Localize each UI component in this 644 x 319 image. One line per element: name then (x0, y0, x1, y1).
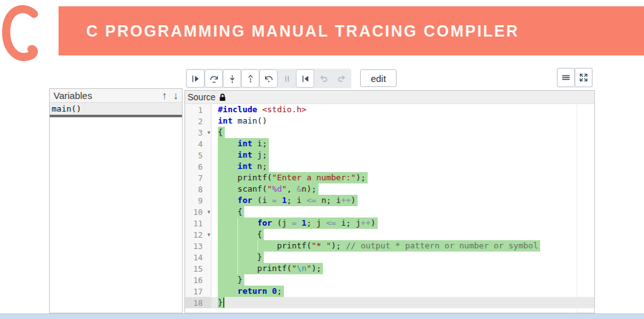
line-number: 17 (193, 286, 203, 298)
variables-panel: Variables ↑ ↓ main() (49, 88, 183, 313)
step-into-button[interactable] (223, 69, 241, 88)
undo-button (314, 69, 332, 88)
code-line-18[interactable]: 18} (185, 297, 594, 308)
line-number: 3 (198, 127, 203, 139)
gutter-cell: 13 (185, 240, 212, 252)
code-text: printf("Enter a number:"); (212, 172, 594, 183)
code-line-11[interactable]: 11 for (j = 1; j <= i; j++) (185, 218, 594, 229)
fullscreen-button[interactable] (575, 68, 592, 87)
fold-arrow-icon[interactable]: ▾ (207, 206, 210, 218)
undo-icon (319, 74, 329, 84)
line-number: 12 (193, 229, 203, 241)
scope-down-arrow-icon[interactable]: ↓ (173, 91, 178, 101)
pause-icon (282, 74, 292, 84)
step-out-icon (246, 74, 256, 84)
code-line-13[interactable]: 13 printf("* "); // output * pattern or … (185, 240, 594, 252)
line-number: 7 (198, 173, 203, 184)
code-line-4[interactable]: 4 int i; (185, 138, 594, 149)
text-cursor (223, 298, 225, 308)
code-text: int i; (212, 138, 594, 149)
gutter-cell: 15 (185, 263, 212, 274)
line-number: 16 (193, 275, 203, 286)
line-number: 11 (193, 218, 203, 229)
indent-guide (237, 263, 238, 274)
pause-button (278, 69, 296, 88)
lock-icon (218, 93, 227, 102)
gutter-cell: 6 (185, 161, 212, 172)
code-editor[interactable]: 1#include <stdio.h>2int main()3▾{4 int i… (185, 104, 594, 308)
source-header: Source (185, 91, 594, 104)
variables-rows: main() (50, 103, 182, 115)
gutter-cell: 2 (185, 115, 212, 127)
line-number: 10 (193, 207, 203, 218)
fold-arrow-icon[interactable]: ▾ (207, 229, 210, 240)
variables-row[interactable]: main() (50, 103, 182, 115)
gutter-cell: 10▾ (185, 206, 212, 218)
step-back-icon (264, 74, 274, 84)
code-text: for (i = 1; i <= n; i++) (212, 195, 594, 206)
code-line-16[interactable]: 16 } (185, 274, 594, 286)
play-bar-icon (191, 74, 201, 84)
line-number: 14 (193, 252, 203, 264)
gutter-cell: 5 (185, 149, 212, 161)
line-number: 18 (193, 298, 203, 309)
skip-start-icon (300, 74, 310, 84)
code-line-5[interactable]: 5 int j; (185, 149, 594, 161)
code-text: #include <stdio.h> (212, 104, 594, 115)
source-title: Source (188, 92, 215, 102)
code-line-17[interactable]: 17 return 0; (185, 286, 594, 297)
step-into-icon (227, 74, 237, 84)
step-over-icon (209, 74, 219, 84)
gutter-cell: 9 (185, 195, 212, 206)
step-over-button[interactable] (205, 69, 223, 88)
scope-up-arrow-icon[interactable]: ↑ (162, 91, 167, 101)
menu-button[interactable] (557, 68, 575, 87)
line-number: 2 (198, 116, 203, 127)
code-text: int j; (212, 149, 594, 161)
code-line-6[interactable]: 6 int n; (185, 161, 594, 172)
code-line-15[interactable]: 15 printf("\n"); (185, 263, 594, 274)
indent-guide (237, 252, 238, 263)
code-text: for (j = 1; j <= i; j++) (212, 218, 594, 229)
c-brand-logo (1, 4, 40, 63)
code-text: { (212, 206, 594, 218)
gutter-cell: 7 (185, 172, 212, 183)
code-line-7[interactable]: 7 printf("Enter a number:"); (185, 172, 594, 183)
line-number: 4 (198, 139, 203, 150)
code-text: printf("* "); // output * pattern or num… (212, 240, 594, 252)
code-line-2[interactable]: 2int main() (185, 115, 594, 127)
gutter-cell: 18 (185, 297, 212, 308)
gutter-cell: 8 (185, 183, 212, 195)
fold-arrow-icon[interactable]: ▾ (207, 127, 210, 138)
step-back-button[interactable] (259, 69, 278, 88)
code-line-3[interactable]: 3▾{ (185, 127, 594, 138)
code-line-9[interactable]: 9 for (i = 1; i <= n; i++) (185, 195, 594, 206)
code-text: } (212, 252, 594, 263)
code-line-10[interactable]: 10▾ { (185, 206, 594, 218)
editor-vertical-divider (577, 104, 577, 313)
code-line-1[interactable]: 1#include <stdio.h> (185, 104, 594, 115)
code-text: printf("\n"); (212, 263, 594, 274)
menu-icon (561, 72, 571, 83)
gutter-cell: 11 (185, 218, 212, 229)
line-number: 15 (193, 264, 203, 275)
line-number: 9 (198, 195, 203, 207)
gutter-cell: 12▾ (185, 229, 212, 240)
gutter-cell: 16 (185, 274, 212, 286)
edit-button[interactable]: edit (360, 69, 397, 87)
code-text: return 0; (212, 286, 594, 297)
variables-header: Variables ↑ ↓ (50, 89, 182, 103)
indent-guide (237, 229, 238, 240)
step-out-button[interactable] (241, 69, 259, 88)
code-text: int main() (212, 115, 594, 127)
run-continue-button[interactable] (186, 69, 205, 88)
code-line-8[interactable]: 8 scanf("%d", &n); (185, 183, 594, 195)
code-text: } (212, 274, 594, 286)
restart-button[interactable] (296, 69, 314, 88)
code-line-12[interactable]: 12▾ { (185, 229, 594, 240)
code-text: } (212, 297, 594, 308)
redo-icon (337, 74, 347, 84)
indent-guide (237, 218, 238, 229)
gutter-cell: 1 (185, 104, 212, 115)
code-line-14[interactable]: 14 } (185, 252, 594, 263)
